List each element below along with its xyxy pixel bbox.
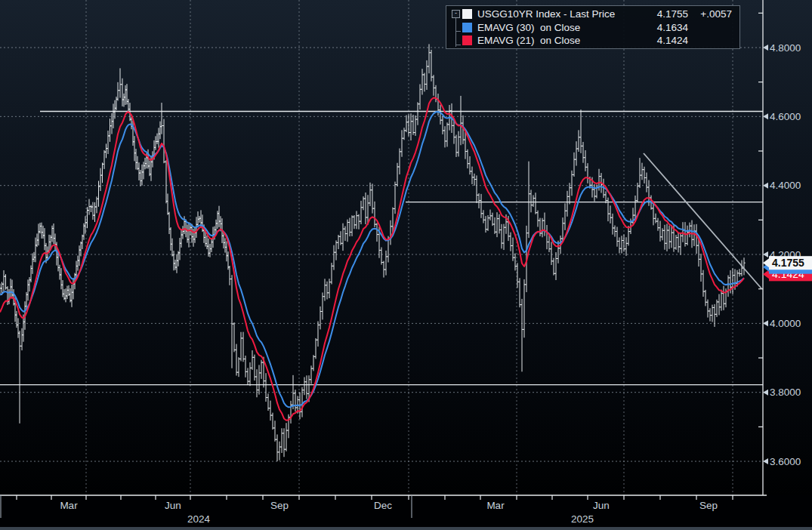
legend-price-change: +.0057 xyxy=(688,8,732,21)
y-axis-tick-label: 4.8000 xyxy=(770,42,801,54)
y-axis-tick-label: 3.6000 xyxy=(770,456,801,467)
y-axis-tick-label: 4.0000 xyxy=(770,318,801,329)
legend-row-emavg21[interactable]: EMAVG (21) on Close 4.1424 xyxy=(449,34,732,48)
x-axis-month-label: Dec xyxy=(374,500,392,511)
legend-emavg30-value: 4.1634 xyxy=(635,21,688,35)
y-axis-tick-label: 3.8000 xyxy=(770,387,801,398)
x-axis-month-label: Mar xyxy=(60,500,78,511)
chart-legend[interactable]: - USGG10YR Index - Last Price 4.1755 +.0… xyxy=(446,5,740,49)
legend-row-emavg30[interactable]: EMAVG (30) on Close 4.1634 xyxy=(449,21,732,35)
usgg10yr-swatch xyxy=(462,9,472,19)
chart-canvas[interactable]: 4.80004.60004.40004.20004.00003.80003.60… xyxy=(0,0,812,530)
svg-text:4.1755: 4.1755 xyxy=(772,257,804,269)
legend-row-usgg10yr[interactable]: - USGG10YR Index - Last Price 4.1755 +.0… xyxy=(449,8,732,21)
x-axis-month-label: Jun xyxy=(593,500,610,511)
legend-label-emavg21: EMAVG (21) on Close xyxy=(477,34,635,48)
emavg21-swatch xyxy=(462,35,472,45)
x-axis-year-label: 2024 xyxy=(187,513,211,525)
legend-label-emavg30: EMAVG (30) on Close xyxy=(477,21,635,35)
legend-last-price: 4.1755 xyxy=(635,8,688,21)
x-axis-year-label: 2025 xyxy=(571,513,594,525)
y-axis-tick-label: 4.4000 xyxy=(770,180,801,191)
price-tag: 4.1755 xyxy=(763,256,812,270)
x-axis-month-label: Sep xyxy=(270,500,289,511)
emavg30-swatch xyxy=(462,23,472,32)
x-axis-month-label: Mar xyxy=(486,500,505,511)
y-axis-tick-label: 4.6000 xyxy=(770,111,801,122)
chart-background xyxy=(0,0,812,530)
last-price-tags: 4.14244.1755 xyxy=(763,256,812,281)
x-axis-month-label: Sep xyxy=(699,500,718,511)
x-axis-month-label: Jun xyxy=(165,500,181,511)
bloomberg-gp-chart-window: 4.80004.60004.40004.20004.00003.80003.60… xyxy=(0,0,812,530)
legend-collapse-icon[interactable]: - xyxy=(452,10,460,18)
legend-emavg21-value: 4.1424 xyxy=(635,34,688,48)
legend-label-usgg10yr: USGG10YR Index - Last Price xyxy=(477,8,635,21)
